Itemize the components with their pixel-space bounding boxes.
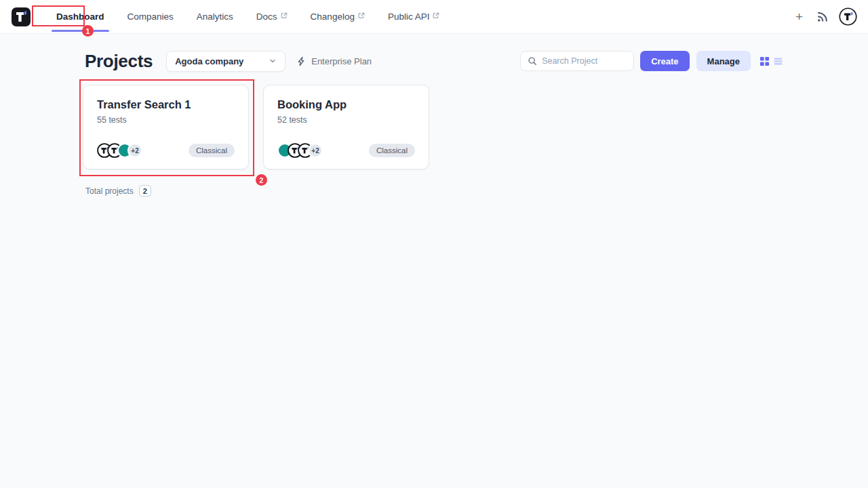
create-button[interactable]: Create [640, 51, 689, 71]
plan-label: Enterprise Plan [311, 56, 372, 66]
nav-item-analytics[interactable]: Analytics [185, 0, 245, 34]
more-members-chip: +2 [127, 143, 142, 158]
nav-item-docs[interactable]: Docs [245, 0, 299, 34]
search-icon [528, 56, 537, 66]
feed-icon[interactable] [816, 10, 829, 23]
page-title: Projects [85, 51, 153, 72]
total-projects-count: 2 [139, 185, 151, 197]
lightning-bolt-icon [296, 56, 307, 66]
company-select-dropdown[interactable]: Agoda company [166, 51, 285, 72]
plan-indicator: Enterprise Plan [296, 56, 372, 66]
list-view-icon[interactable] [773, 56, 783, 66]
main-nav: Dashboard Companies Analytics Docs Chang… [45, 0, 451, 34]
project-card-booking-app[interactable]: Booking App 52 tests +2 Classical [263, 85, 429, 169]
active-tab-underline [52, 30, 109, 32]
nav-item-changelog[interactable]: Changelog [299, 0, 376, 34]
nav-label: Docs [256, 12, 277, 22]
project-card-footer: +2 Classical [277, 143, 415, 158]
project-type-badge: Classical [189, 144, 235, 157]
grid-view-icon[interactable] [760, 56, 770, 66]
project-test-count: 55 tests [97, 115, 235, 125]
project-name: Booking App [277, 98, 415, 111]
brand-logo-icon[interactable] [11, 7, 31, 27]
search-box [520, 51, 634, 71]
app-root: Dashboard Companies Analytics Docs Chang… [0, 0, 868, 488]
member-avatar-stack [97, 143, 127, 158]
company-select-value: Agoda company [175, 56, 243, 66]
search-input[interactable] [542, 56, 627, 66]
topbar-actions: + [793, 7, 857, 26]
project-test-count: 52 tests [277, 115, 415, 125]
total-projects-label: Total projects [85, 186, 134, 196]
external-link-icon [433, 12, 439, 19]
nav-label: Companies [127, 12, 174, 22]
nav-label: Public API [388, 12, 430, 22]
header-actions: Create Manage [520, 51, 783, 71]
add-button[interactable]: + [793, 9, 806, 24]
project-card-footer: +2 Classical [97, 143, 235, 158]
user-avatar[interactable] [839, 7, 857, 26]
manage-button[interactable]: Manage [696, 51, 751, 71]
nav-label: Analytics [197, 12, 233, 22]
external-link-icon [358, 12, 365, 19]
more-members-chip: +2 [308, 143, 323, 158]
chevron-down-icon [269, 57, 277, 65]
nav-label: Dashboard [56, 12, 104, 22]
projects-summary: Total projects 2 [0, 185, 868, 197]
project-card-transfer-search-1[interactable]: Transfer Search 1 55 tests +2 Classical [83, 85, 249, 169]
nav-label: Changelog [311, 12, 355, 22]
annotation-number-2: 2 [256, 174, 267, 186]
nav-item-public-api[interactable]: Public API [376, 0, 452, 34]
member-avatar-stack [277, 143, 308, 158]
project-type-badge: Classical [369, 144, 415, 157]
nav-item-companies[interactable]: Companies [116, 0, 185, 34]
view-toggles [760, 56, 783, 66]
nav-item-dashboard[interactable]: Dashboard [45, 0, 116, 34]
project-name: Transfer Search 1 [97, 98, 235, 111]
projects-grid: Transfer Search 1 55 tests +2 Classical … [0, 85, 868, 169]
page-header: Projects Agoda company Enterprise Plan C… [0, 50, 868, 72]
external-link-icon [281, 12, 288, 19]
top-navigation-bar: Dashboard Companies Analytics Docs Chang… [0, 0, 868, 34]
